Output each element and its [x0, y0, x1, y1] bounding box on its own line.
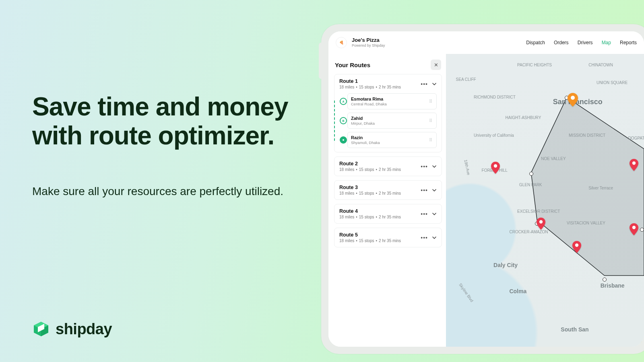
svg-point-20: [539, 220, 543, 223]
nav-orders[interactable]: Orders: [554, 40, 569, 45]
map-canvas[interactable]: San Francisco Daly City Colma Brisbane S…: [446, 54, 644, 347]
nav-reports[interactable]: Reports: [620, 40, 637, 45]
nav-dispatch[interactable]: Dispatch: [526, 40, 545, 45]
svg-point-18: [494, 165, 497, 168]
map-label: DOGPAT: [628, 136, 644, 140]
map-label: UNION SQUARE: [597, 80, 627, 85]
nav-map[interactable]: Map: [602, 40, 611, 45]
route-card[interactable]: Route 3 18 miles•15 stops•2 hr 35 mins •…: [334, 180, 442, 200]
map-label: HAIGHT-ASHBURY: [506, 115, 541, 120]
map-label: South San: [561, 326, 588, 333]
drag-handle-icon[interactable]: ⠿: [429, 139, 433, 142]
route-expand-button[interactable]: [432, 164, 437, 169]
map-label: CROCKER-AMAZON: [509, 230, 548, 234]
drag-handle-icon[interactable]: ⠿: [429, 119, 433, 122]
map-label: University of California: [474, 133, 514, 138]
top-nav: Dispatch Orders Drivers Map Reports: [526, 40, 637, 45]
map-label: RICHMOND DISTRICT: [474, 95, 516, 99]
map-label: Brisbane: [601, 282, 625, 289]
map-pin[interactable]: [630, 159, 638, 171]
map-label: PACIFIC HEIGHTS: [517, 63, 552, 67]
svg-point-22: [632, 226, 636, 229]
route-expand-button[interactable]: [432, 188, 437, 193]
svg-point-17: [571, 96, 575, 100]
svg-point-19: [632, 161, 636, 165]
stop-node-icon: [340, 136, 347, 144]
route-more-button[interactable]: •••: [421, 213, 428, 215]
store-logo-icon: 🍕: [336, 37, 347, 48]
brand-wordmark: shipday: [56, 321, 112, 338]
app-topbar: 🍕 Joe's Pizza Powered by Shipday Dispatc…: [328, 31, 644, 54]
drag-handle-icon[interactable]: ⠿: [429, 100, 433, 103]
stop-address: Central Road, Dhaka: [351, 102, 387, 106]
map-label: Silver Terrace: [588, 186, 613, 190]
stop-address: Mirpur, Dhaka: [351, 121, 375, 125]
routes-panel: Your Routes ✕ Route 1 18 miles•15 stops•…: [328, 54, 446, 347]
svg-marker-16: [531, 97, 644, 276]
hero-headline: Save time and money with route optimizer…: [32, 93, 306, 150]
brand-logo-icon: [32, 320, 50, 338]
route-name: Route 4: [339, 208, 421, 214]
map-label: CHINATOWN: [588, 63, 613, 67]
nav-drivers[interactable]: Drivers: [578, 40, 593, 45]
stop-node-icon: A: [340, 98, 347, 105]
route-more-button[interactable]: •••: [421, 237, 428, 239]
chevron-down-icon: [432, 235, 437, 240]
route-stop[interactable]: Razin Shyamoli, Dhaka ⠿: [347, 132, 437, 148]
tablet-device-frame: 🍕 Joe's Pizza Powered by Shipday Dispatc…: [321, 24, 644, 354]
map-pin[interactable]: [491, 162, 500, 174]
map-pin[interactable]: [537, 218, 545, 230]
map-label: NOE VALLEY: [541, 156, 566, 161]
map-pin-origin[interactable]: [568, 93, 578, 107]
route-more-button[interactable]: •••: [421, 189, 428, 191]
route-name: Route 5: [339, 232, 421, 238]
map-pin[interactable]: [630, 223, 638, 235]
stop-node-icon: B: [340, 117, 347, 124]
map-label: Colma: [509, 288, 526, 294]
panel-title: Your Routes: [335, 62, 370, 68]
route-card[interactable]: Route 4 18 miles•15 stops•2 hr 35 mins •…: [334, 204, 442, 224]
route-card[interactable]: Route 2 18 miles•15 stops•2 hr 35 mins •…: [334, 156, 442, 176]
polygon-handle[interactable]: [603, 278, 607, 282]
polygon-handle[interactable]: [640, 228, 644, 232]
stop-name: Zahid: [351, 116, 375, 121]
route-more-button[interactable]: •••: [421, 165, 428, 168]
map-label: GLEN PARK: [519, 183, 542, 187]
map-label: VISITACION VALLEY: [567, 221, 605, 225]
route-card[interactable]: Route 5 18 miles•15 stops•2 hr 35 mins •…: [334, 228, 442, 247]
panel-close-button[interactable]: ✕: [431, 60, 441, 70]
brand-lockup: shipday: [32, 320, 112, 338]
route-collapse-button[interactable]: [432, 82, 437, 86]
chevron-down-icon: [432, 164, 437, 169]
svg-point-21: [575, 243, 578, 247]
route-name: Route 2: [339, 161, 421, 167]
close-icon: ✕: [434, 62, 438, 68]
route-expand-button[interactable]: [432, 212, 437, 216]
polygon-handle[interactable]: [529, 172, 533, 176]
route-stop[interactable]: B Zahid Mirpur, Dhaka ⠿: [347, 113, 437, 129]
map-pin[interactable]: [572, 241, 581, 253]
stop-name: Razin: [351, 135, 380, 140]
chevron-down-icon: [432, 82, 437, 86]
route-more-button[interactable]: •••: [421, 83, 428, 85]
route-name: Route 3: [339, 185, 421, 190]
route-meta: 18 miles•15 stops•2 hr 35 mins: [339, 85, 421, 89]
route-meta: 18 miles•15 stops•2 hr 35 mins: [339, 191, 421, 195]
chevron-down-icon: [432, 188, 437, 193]
route-meta: 18 miles•15 stops•2 hr 35 mins: [339, 239, 421, 243]
app-screen: 🍕 Joe's Pizza Powered by Shipday Dispatc…: [328, 31, 644, 347]
route-meta: 18 miles•15 stops•2 hr 35 mins: [339, 167, 421, 172]
map-label: EXCELSIOR DISTRICT: [517, 209, 560, 214]
route-expand-button[interactable]: [432, 235, 437, 240]
map-label: MISSION DISTRICT: [569, 133, 605, 138]
map-label: SEA CLIFF: [456, 77, 476, 82]
route-stop[interactable]: A Esmotara Rima Central Road, Dhaka ⠿: [347, 93, 437, 109]
store-subtitle: Powered by Shipday: [352, 43, 385, 47]
store-name: Joe's Pizza: [352, 37, 385, 43]
route-card[interactable]: Route 1 18 miles•15 stops•2 hr 35 mins •…: [334, 74, 442, 152]
stop-name: Esmotara Rima: [351, 97, 387, 101]
hero-subhead: Make sure all your resources are perfect…: [32, 185, 314, 198]
route-name: Route 1: [339, 78, 421, 84]
route-meta: 18 miles•15 stops•2 hr 35 mins: [339, 215, 421, 219]
stop-address: Shyamoli, Dhaka: [351, 140, 380, 145]
